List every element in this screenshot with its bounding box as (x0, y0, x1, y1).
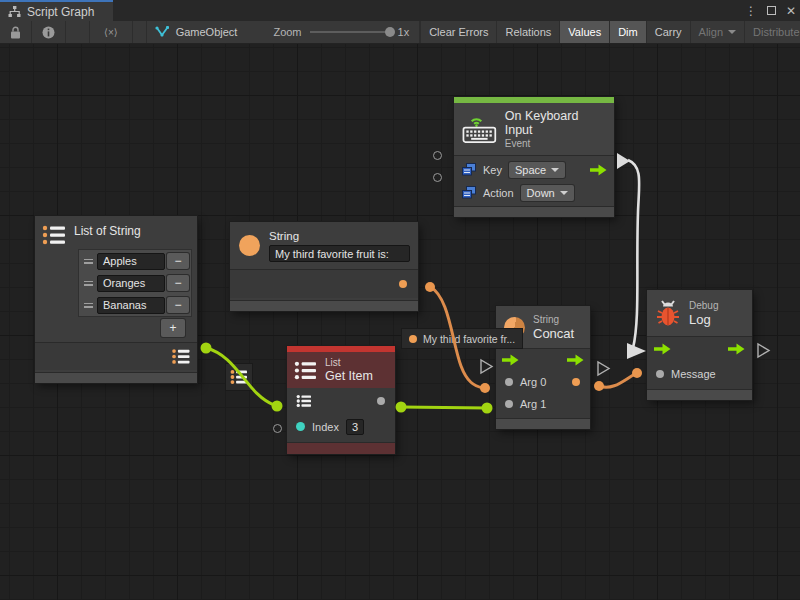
node-footer (454, 206, 614, 217)
node-list-of-string[interactable]: List of String Apples − Oranges − Banana… (35, 216, 197, 383)
drag-handle-icon[interactable] (81, 281, 95, 286)
index-external-port[interactable] (273, 424, 282, 433)
wire-dot[interactable] (396, 402, 407, 413)
node-concat[interactable]: String Concat Arg 0 Arg 1 (496, 306, 590, 429)
node-category: String (533, 314, 574, 325)
wire-keyboard-to-log (628, 160, 639, 348)
remove-item-button[interactable]: − (167, 275, 189, 291)
lock-button[interactable] (0, 21, 32, 43)
node-debug-log[interactable]: Debug Log Message (647, 290, 752, 400)
string-value-preview: My third favorite fr... (402, 329, 522, 348)
list-icon (42, 224, 66, 246)
arg1-label: Arg 1 (520, 398, 546, 410)
list-item-row: Bananas − (79, 294, 191, 316)
list-input-port[interactable] (296, 394, 312, 408)
zoom-label: Zoom (273, 26, 301, 38)
arg1-input-port[interactable] (505, 400, 513, 408)
wire-dot[interactable] (632, 368, 642, 378)
arg0-input-port[interactable] (505, 378, 513, 386)
flow-input-port[interactable] (654, 343, 671, 355)
wire-getitem-to-concat (401, 407, 487, 408)
flow-port-triangle[interactable] (758, 344, 769, 357)
drag-handle-icon[interactable] (81, 259, 95, 264)
drag-handle-icon[interactable] (81, 303, 95, 308)
key-port-label: Key (483, 164, 502, 176)
node-get-item[interactable]: List Get Item Index 3 (287, 346, 395, 454)
zoom-control: Zoom 1x (263, 21, 419, 43)
window-menu-icon[interactable]: ⋮ (745, 5, 757, 17)
gameobject-label: GameObject (176, 26, 238, 38)
message-input-port[interactable] (656, 370, 664, 378)
member-icon (462, 163, 476, 176)
list-item-input[interactable]: Apples (97, 253, 165, 270)
close-icon[interactable]: ✕ (786, 5, 796, 17)
align-dropdown[interactable]: Align (691, 21, 745, 43)
string-icon (239, 235, 260, 256)
node-string-literal[interactable]: String My third favorite fruit is: (230, 222, 418, 311)
wire-dot[interactable] (272, 401, 283, 412)
carry-button[interactable]: Carry (647, 21, 691, 43)
flow-wire-start-triangle[interactable] (617, 153, 630, 169)
graph-canvas[interactable]: On Keyboard Input Event Key Space (0, 44, 800, 600)
list-output-port[interactable] (171, 348, 191, 365)
wire-dot[interactable] (201, 343, 212, 354)
node-footer (230, 300, 418, 311)
tab-bar: Script Graph ⋮ ✕ (0, 0, 800, 21)
zoom-slider-handle[interactable] (385, 27, 395, 37)
wire-dot[interactable] (594, 381, 604, 391)
flow-output-port[interactable] (567, 354, 584, 366)
arg0-label: Arg 0 (520, 376, 546, 388)
clear-errors-button[interactable]: Clear Errors (420, 21, 497, 43)
list-item-input[interactable]: Oranges (97, 275, 165, 292)
key-input-port[interactable] (433, 151, 442, 160)
node-footer (35, 372, 197, 383)
index-value-input[interactable]: 3 (346, 419, 364, 435)
tab-label: Script Graph (27, 5, 94, 19)
flow-port-triangle[interactable] (598, 362, 609, 375)
relations-button[interactable]: Relations (497, 21, 560, 43)
action-dropdown[interactable]: Down (521, 185, 574, 201)
graph-toolbar: ⟨×⟩ GameObject Zoom 1x Clear Errors Rela… (0, 21, 800, 44)
code-icon: ⟨×⟩ (104, 27, 118, 38)
string-output-port[interactable] (399, 280, 407, 288)
zoom-slider[interactable] (310, 31, 390, 33)
wire-dot[interactable] (482, 403, 493, 414)
flow-wire-arrowhead (627, 343, 646, 359)
add-item-button[interactable]: + (161, 319, 185, 337)
trigger-output-port[interactable] (590, 164, 607, 176)
wire-dot[interactable] (480, 383, 490, 393)
list-icon (230, 369, 248, 385)
flow-port-triangle[interactable] (481, 360, 492, 373)
wire-concat-to-log (599, 374, 635, 387)
gameobject-target[interactable]: GameObject (147, 21, 246, 43)
message-label: Message (671, 368, 716, 380)
flow-output-port[interactable] (728, 343, 745, 355)
code-preview-button[interactable]: ⟨×⟩ (90, 21, 133, 43)
node-category: List (325, 357, 373, 368)
dim-button[interactable]: Dim (610, 21, 647, 43)
info-button[interactable] (32, 21, 66, 43)
node-on-keyboard-input[interactable]: On Keyboard Input Event Key Space (454, 97, 614, 217)
values-button[interactable]: Values (560, 21, 610, 43)
remove-item-button[interactable]: − (167, 297, 189, 313)
distribute-dropdown[interactable]: Distribute (745, 21, 800, 43)
list-item-input[interactable]: Bananas (97, 297, 165, 314)
action-input-port[interactable] (433, 173, 442, 182)
flow-input-port[interactable] (502, 354, 519, 366)
bug-icon (655, 298, 681, 328)
index-input-port[interactable] (296, 422, 305, 431)
remove-item-button[interactable]: − (167, 253, 189, 269)
result-output-port[interactable] (572, 378, 580, 386)
button-label: Clear Errors (429, 26, 488, 38)
string-value-input[interactable]: My third favorite fruit is: (269, 245, 410, 262)
button-label: Distribute (753, 26, 799, 38)
chevron-down-icon (560, 191, 568, 195)
node-title: List of String (74, 224, 191, 238)
key-dropdown[interactable]: Space (509, 162, 565, 178)
wire-dot[interactable] (425, 282, 435, 292)
button-label: Relations (505, 26, 551, 38)
button-label: Dim (618, 26, 638, 38)
maximize-icon[interactable] (767, 6, 776, 15)
tab-script-graph[interactable]: Script Graph (0, 0, 113, 21)
item-output-port[interactable] (377, 397, 385, 405)
